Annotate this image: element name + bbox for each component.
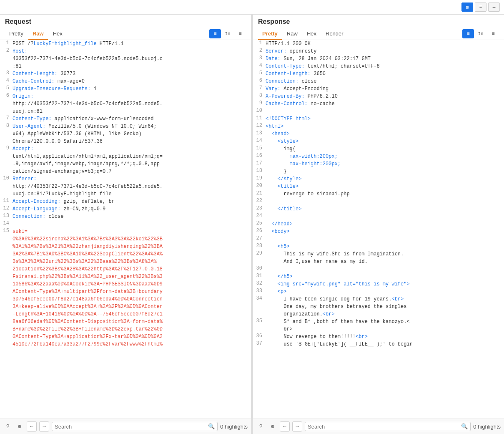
table-row: 14 <style> [253,138,504,145]
table-row: 4 Cache-Control: max-age=0 [0,78,251,85]
table-row: 16 max-width:200px; [253,153,504,160]
tab-request-raw[interactable]: Raw [28,28,48,40]
tab-response-hex[interactable]: Hex [303,28,321,40]
table-row: 12 <html> [253,123,504,130]
response-search-icon: 🔍 [461,423,468,430]
table-row: 3 Date: Sun, 28 Jan 2024 03:22:17 GMT [253,55,504,63]
request-title: Request [5,18,246,25]
response-search-input[interactable] [308,424,461,430]
help-icon[interactable]: ? [3,422,13,431]
table-row: 7 Vary: Accept-Encoding [253,85,504,93]
table-row: 14 [0,220,251,228]
request-bottom-bar: ? ⚙ ← → 🔍 0 highlights [0,419,251,434]
table-row: 20 <title> [253,183,504,190]
response-code-area[interactable]: 1 HTTP/1.1 200 OK 2 Server: openresty 3 … [253,40,504,419]
table-row: 19 </style> [253,175,504,183]
table-row: 6 Connection: close [253,78,504,85]
table-row: 27 [253,235,504,243]
response-back-button[interactable]: ← [280,421,290,431]
table-row: 18 } [253,168,504,175]
list-icon: ≡ [479,5,482,10]
grid-icon: — [493,5,496,10]
table-row: 36 Now revenge to them!!!!!<br> [253,333,504,341]
settings-icon[interactable]: ⚙ [15,422,24,431]
grid-view-button[interactable]: — [488,3,500,12]
request-search-input[interactable] [55,424,208,430]
table-row: 30 [253,265,504,273]
request-menu-icon[interactable]: ≡ [234,29,246,38]
table-row: 37 use '$ GET['LuckyE']( __FILE__ );' to… [253,341,504,348]
table-row: 10 [253,108,504,115]
main-content: Request Pretty Raw Hex ≡ In ≡ 1 POST /?L… [0,15,504,434]
table-row: 2 Server: openresty [253,48,504,55]
table-row: 21 revenge to siranai.php [253,190,504,198]
top-toolbar: ⊞ ≡ — [0,0,504,15]
request-header: Request [0,15,251,28]
response-settings-icon[interactable]: ⚙ [268,422,277,431]
response-search-box[interactable]: 🔍 [305,422,471,431]
response-wrap-icon[interactable]: In [475,29,486,38]
table-row: 34 I have been single dog for 19 years.<… [253,295,504,318]
tab-response-render[interactable]: Render [321,28,348,40]
tab-response-raw[interactable]: Raw [283,28,302,40]
table-row: 10 Referer: http://40353f22-7371-4e3d-b5… [0,175,251,198]
response-tabs: Pretty Raw Hex Render ≡ In ≡ [253,28,504,40]
table-row: 13 <head> [253,130,504,138]
search-icon: 🔍 [208,423,215,430]
table-row: 15 img{ [253,145,504,153]
table-row: 9 Accept: text/html,application/xhtml+xm… [0,145,251,175]
table-row: 12 Accept-Language: zh-CN,zh;q=0.9 [0,205,251,213]
table-row: 29 This is my wife.She is from Imaginati… [253,250,504,265]
response-bottom-bar: ? ⚙ ← → 🔍 0 highlights [253,419,504,434]
table-row: 4 Content-Type: text/html; charset=UTF-8 [253,63,504,70]
table-row: 7 Content-Type: application/x-www-form-u… [0,115,251,123]
table-row: 26 <body> [253,228,504,235]
response-forward-button[interactable]: → [292,421,302,431]
table-row: 1 HTTP/1.1 200 OK [253,40,504,48]
request-code-area[interactable]: 1 POST /?LuckyE=highlight_file HTTP/1.1 … [0,40,251,419]
table-row: 11 Accept-Encoding: gzip, deflate, br [0,198,251,205]
request-panel: Request Pretty Raw Hex ≡ In ≡ 1 POST /?L… [0,15,251,434]
table-row: 6 Origin: http://40353f22-7371-4e3d-b5c0… [0,93,251,115]
table-row: 13 Connection: close [0,213,251,220]
table-row: 8 User-Agent: Mozilla/5.0 (Windows NT 10… [0,123,251,145]
table-row: 5 Upgrade-Insecure-Requests: 1 [0,85,251,93]
response-body-icon[interactable]: ≡ [462,29,474,38]
forward-button[interactable]: → [39,421,49,431]
request-search-box[interactable]: 🔍 [52,422,218,431]
response-title: Response [258,18,499,25]
request-wrap-icon[interactable]: In [222,29,233,38]
table-row: 5 Content-Length: 3650 [253,70,504,78]
table-row: 24 [253,213,504,220]
list-view-button[interactable]: ≡ [475,3,486,12]
tab-request-pretty[interactable]: Pretty [5,28,28,40]
request-body-icon[interactable]: ≡ [209,29,221,38]
table-row: 3 Content-Length: 30773 [0,70,251,78]
table-row: 28 <h5> [253,243,504,250]
table-row: 15 suki= O%3A6%3A%22siroha%22%3A1%3A%7Bs… [0,228,251,348]
response-help-icon[interactable]: ? [256,422,266,431]
table-row: 8 X-Powered-By: PHP/8.2.10 [253,93,504,100]
table-row: 33 <p> [253,288,504,295]
response-header: Response [253,15,504,28]
response-highlights-badge: 0 highlights [473,424,501,430]
table-row: 35 S* and B* ,both of them have the kano… [253,318,504,333]
response-menu-icon[interactable]: ≡ [487,29,499,38]
table-row: 31 </h5> [253,273,504,280]
table-row: 32 <img src="mywife.png" alt="this is my… [253,280,504,288]
tab-response-pretty[interactable]: Pretty [258,28,282,40]
table-row: 1 POST /?LuckyE=highlight_file HTTP/1.1 [0,40,251,48]
response-panel: Response Pretty Raw Hex Render ≡ In ≡ 1 … [253,15,504,434]
table-row: 25 </head> [253,220,504,228]
table-row: 9 Cache-Control: no-cache [253,100,504,108]
split-view-button[interactable]: ⊞ [461,3,473,12]
table-row: 17 max-height:200px; [253,160,504,168]
table-row: 2 Host: 40353f22-7371-4e3d-b5c0-7c4cfeb5… [0,48,251,70]
table-row: 23 </title> [253,205,504,213]
request-highlights-badge: 0 highlights [220,424,248,430]
request-tabs: Pretty Raw Hex ≡ In ≡ [0,28,251,40]
table-row: 11 <!DOCTYPE html> [253,115,504,123]
table-row: 22 [253,198,504,205]
tab-request-hex[interactable]: Hex [49,28,67,40]
back-button[interactable]: ← [27,421,37,431]
